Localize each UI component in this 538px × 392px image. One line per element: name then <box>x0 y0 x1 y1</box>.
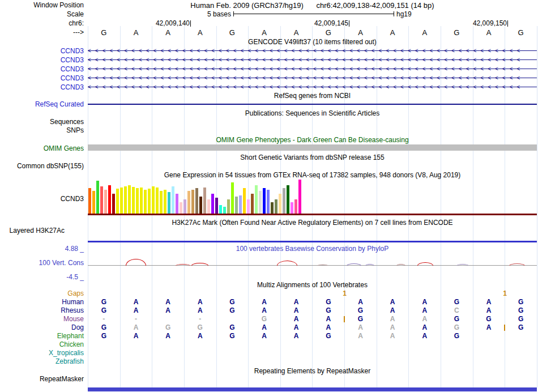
base-letter: A <box>473 28 505 37</box>
alignment-base: G <box>344 306 377 314</box>
gtex-bar <box>152 186 155 214</box>
refseq-curated-label[interactable]: RefSeq Curated <box>0 100 84 108</box>
ruler-tick-2-value: 42,009,145 <box>314 19 348 27</box>
species-label-chicken[interactable]: Chicken <box>0 340 84 348</box>
refseq-curated-item[interactable] <box>88 104 537 105</box>
alignment-base: A <box>120 298 152 306</box>
gtex-track-title: Gene Expression in 54 tissues from GTEx … <box>88 171 537 179</box>
conservation-plot[interactable] <box>88 253 537 278</box>
alignment-base: C <box>441 306 473 314</box>
gtex-bar <box>255 185 258 214</box>
gtex-bar <box>291 202 293 214</box>
gtex-bar <box>116 189 119 214</box>
base-letter: A <box>120 28 152 37</box>
conservation-peak <box>317 265 328 266</box>
omim-gene-bar[interactable] <box>88 144 537 151</box>
omim-genes-label[interactable]: OMIM Genes <box>0 144 84 152</box>
alignment-base: A <box>280 323 313 331</box>
conservation-peak <box>176 264 190 266</box>
gtex-bar <box>259 191 262 214</box>
conservation-peak <box>191 263 208 266</box>
common-dbsnp-label[interactable]: Common dbSNP(155) <box>0 162 84 170</box>
gtex-bar <box>96 181 99 214</box>
species-label-x_tropicalis[interactable]: X_tropicalis <box>0 349 84 357</box>
alignment-base: A <box>120 306 152 314</box>
gencode-gene-label[interactable]: CCND3 <box>0 47 84 55</box>
alignment-base: - <box>120 315 152 323</box>
conservation-peak <box>277 261 297 266</box>
species-label-dog[interactable]: Dog <box>0 323 84 331</box>
gtex-bar <box>247 199 250 214</box>
alignment-base: G <box>441 332 473 340</box>
gtex-bar <box>227 199 230 214</box>
alignment-base: A <box>408 315 441 323</box>
gencode-gene-label[interactable]: CCND3 <box>0 65 84 73</box>
base-letter: A <box>344 28 377 37</box>
gtex-bar <box>156 188 159 214</box>
gtex-bar <box>191 190 194 214</box>
species-label-rhesus[interactable]: Rhesus <box>0 306 84 314</box>
alignment-base: G <box>248 315 280 323</box>
alignment-base: G <box>184 323 216 331</box>
alignment-base: G <box>441 323 473 331</box>
conservation-peak <box>417 262 433 266</box>
gtex-bar <box>298 180 301 214</box>
alignment-base: A <box>152 332 184 340</box>
species-label-mouse[interactable]: Mouse <box>0 315 84 323</box>
gtex-bar <box>294 199 297 214</box>
gencode-gene-label[interactable]: CCND3 <box>0 56 84 64</box>
alignment-base: A <box>408 298 441 306</box>
alignment-base: A <box>184 298 216 306</box>
position-range: chr6:42,009,138-42,009,151 (14 bp) <box>316 1 434 10</box>
gtex-bar <box>199 197 202 214</box>
alignment-base: G <box>441 298 473 306</box>
gtex-bar <box>271 202 274 214</box>
repeatmasker-label[interactable]: RepeatMasker <box>0 375 84 383</box>
species-label-elephant[interactable]: Elephant <box>0 332 84 340</box>
gencode-transcript[interactable]: <<<<<<<<<<<<<<<<<<<<<<<<<<<<<<<<<<<<<<<<… <box>88 74 537 82</box>
phylop-max-label: 4.88 _ <box>0 245 84 253</box>
ruler-tick-1: 42,009,140 <box>156 19 191 27</box>
snps-label[interactable]: SNPs <box>0 126 84 134</box>
multiz-track-title: Multiz Alignments of 100 Vertebrates <box>88 281 537 289</box>
gtex-expression-bars[interactable] <box>88 180 537 214</box>
tick-mark <box>349 20 349 27</box>
gtex-bar <box>283 188 285 214</box>
alignment-gap-count: 1 <box>503 289 507 297</box>
gencode-transcript[interactable]: <<<<<<<<<<<<<<<<<<<<<<<<<<<<<<<<<<<<<<<<… <box>88 65 537 73</box>
phylop-label[interactable]: 100 Vert. Cons <box>0 259 84 267</box>
gencode-gene-label[interactable]: CCND3 <box>0 74 84 82</box>
alignment-base: A <box>473 306 505 314</box>
alignment-base: A <box>344 323 377 331</box>
h3k27ac-label[interactable]: Layered H3K27Ac <box>0 227 65 235</box>
conservation-peak <box>456 264 469 266</box>
species-label-zebrafish[interactable]: Zebrafish <box>0 357 84 365</box>
gaps-label[interactable]: Gaps <box>0 289 84 297</box>
alignment-base: G <box>505 323 537 331</box>
sequences-label[interactable]: Sequences <box>0 118 84 126</box>
alignment-base: A <box>280 315 313 323</box>
conservation-peak <box>347 263 361 266</box>
gtex-bar <box>128 185 131 214</box>
alignment-base: G <box>313 306 345 314</box>
chromosome-label: chr6: <box>0 19 84 27</box>
gencode-transcript[interactable]: <<<<<<<<<<<<<<<<<<<<<<<<<<<<<<<<<<<<<<<<… <box>88 56 537 63</box>
phylop-track-title: 100 vertebrates Basewise Conservation by… <box>88 245 537 253</box>
alignment-base: A <box>377 306 409 314</box>
alignment-base: A <box>120 332 152 340</box>
ruler-tick-3: 42,009,150 <box>473 19 508 27</box>
gtex-bar <box>239 195 242 214</box>
ruler-tick-2: 42,009,145 <box>314 19 349 27</box>
alignment-base: A <box>120 323 152 331</box>
gtex-bar <box>231 182 234 214</box>
species-label-human[interactable]: Human <box>0 298 84 306</box>
tick-mark <box>190 20 191 27</box>
gencode-transcript[interactable]: <<<<<<<<<<<<<<<<<<<<<<<<<<<<<<<<<<<<<<<<… <box>88 83 537 91</box>
gencode-gene-label[interactable]: CCND3 <box>0 83 84 91</box>
gencode-transcript[interactable]: <<<<<<<<<<<<<<<<<<<<<<<<<<<<<<<<<<<<<<<<… <box>88 47 537 54</box>
alignment-base: A <box>313 323 345 331</box>
base-letter: G <box>88 28 120 37</box>
gtex-gene-label[interactable]: CCND3 <box>0 195 84 203</box>
gtex-bar <box>144 190 147 214</box>
h3k27ac-signal[interactable] <box>88 241 537 242</box>
